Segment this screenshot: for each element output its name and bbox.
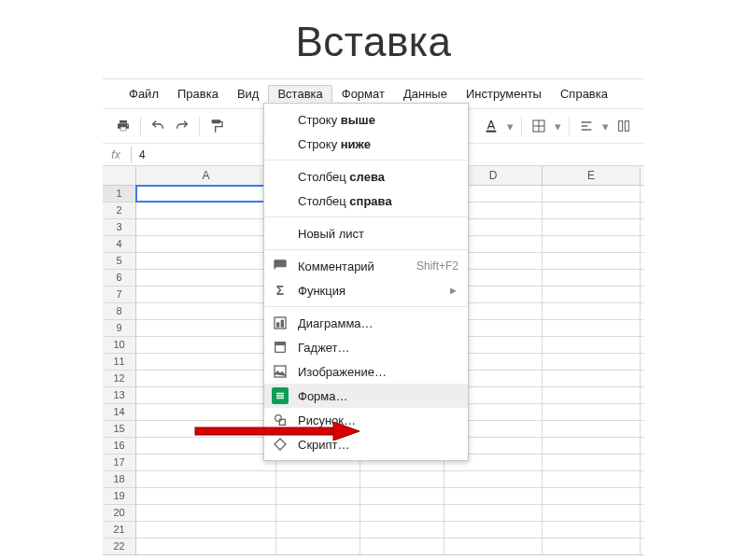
chevron-down-icon[interactable]: ▾ — [599, 115, 611, 137]
cell[interactable] — [543, 354, 641, 370]
undo-icon[interactable] — [147, 115, 169, 137]
cell[interactable] — [543, 371, 641, 386]
cell[interactable] — [360, 488, 444, 504]
chevron-down-icon[interactable]: ▾ — [504, 115, 515, 137]
cell[interactable] — [543, 488, 641, 504]
row-header[interactable]: 3 — [103, 219, 136, 235]
row-header[interactable]: 7 — [103, 287, 136, 302]
menu-tools[interactable]: Инструменты — [457, 85, 551, 103]
cell[interactable] — [543, 337, 641, 353]
wrap-icon[interactable] — [613, 115, 635, 137]
cell[interactable] — [543, 303, 641, 319]
cell[interactable] — [136, 471, 276, 487]
cell[interactable] — [136, 337, 276, 353]
cell[interactable] — [543, 270, 641, 286]
row-header[interactable]: 2 — [103, 203, 136, 218]
borders-icon[interactable] — [528, 115, 550, 137]
menuitem-gadget[interactable]: Гаджет… — [264, 335, 468, 359]
menu-file[interactable]: Файл — [120, 85, 168, 103]
cell[interactable] — [136, 270, 276, 286]
chevron-down-icon[interactable]: ▾ — [552, 115, 563, 137]
cell[interactable] — [136, 320, 276, 336]
cell[interactable] — [136, 539, 276, 554]
formula-value[interactable]: 4 — [134, 148, 146, 161]
row-header[interactable]: 20 — [103, 505, 136, 521]
row-header[interactable]: 4 — [103, 236, 136, 252]
menuitem-image[interactable]: Изображение… — [264, 359, 468, 384]
menuitem-chart[interactable]: Диаграмма… — [264, 311, 468, 335]
cell[interactable] — [136, 236, 276, 252]
cell[interactable] — [136, 371, 276, 386]
cell[interactable] — [543, 438, 641, 454]
redo-icon[interactable] — [171, 115, 193, 137]
cell[interactable] — [444, 471, 543, 487]
paint-format-icon[interactable] — [205, 115, 228, 137]
row-header[interactable]: 9 — [103, 320, 136, 336]
menuitem-function[interactable]: Σ Функция ► — [264, 278, 468, 302]
row-header[interactable]: 14 — [103, 404, 136, 420]
cell[interactable] — [136, 438, 276, 454]
menuitem-row-below[interactable]: Строку ниже — [264, 132, 468, 156]
menu-insert[interactable]: Вставка — [268, 85, 331, 103]
cell[interactable] — [136, 387, 276, 403]
column-header-e[interactable]: E — [543, 166, 641, 185]
menuitem-column-right[interactable]: Столбец справа — [264, 189, 468, 213]
cell[interactable] — [360, 539, 444, 554]
cell[interactable] — [543, 539, 641, 554]
row-header[interactable]: 1 — [103, 186, 136, 202]
row-header[interactable]: 19 — [103, 488, 136, 504]
align-icon[interactable] — [575, 115, 598, 137]
font-color-icon[interactable] — [480, 115, 502, 137]
cell[interactable] — [543, 219, 641, 235]
cell[interactable] — [543, 522, 641, 538]
cell[interactable] — [276, 539, 360, 554]
cell[interactable] — [360, 471, 444, 487]
menu-help[interactable]: Справка — [551, 85, 617, 103]
cell[interactable] — [543, 471, 641, 487]
cell[interactable] — [136, 421, 276, 437]
row-header[interactable]: 17 — [103, 455, 136, 470]
row-header[interactable]: 16 — [103, 438, 136, 454]
cell[interactable] — [276, 505, 360, 521]
row-header[interactable]: 10 — [103, 337, 136, 353]
row-header[interactable]: 13 — [103, 387, 136, 403]
column-header-a[interactable]: A — [136, 166, 276, 185]
row-header[interactable]: 6 — [103, 270, 136, 286]
cell[interactable] — [543, 253, 641, 269]
menuitem-drawing[interactable]: Рисунок… — [264, 408, 468, 432]
cell[interactable] — [444, 539, 543, 554]
cell[interactable]: 4 — [136, 186, 276, 202]
cell[interactable] — [543, 421, 641, 437]
cell[interactable] — [543, 203, 641, 218]
row-header[interactable]: 12 — [103, 371, 136, 386]
cell[interactable] — [136, 505, 276, 521]
menuitem-comment[interactable]: Комментарий Shift+F2 — [264, 254, 468, 278]
menu-edit[interactable]: Правка — [168, 85, 228, 103]
cell[interactable] — [136, 287, 276, 302]
row-header[interactable]: 18 — [103, 471, 136, 487]
cell[interactable] — [136, 253, 276, 269]
row-header[interactable]: 22 — [103, 539, 136, 554]
menuitem-new-sheet[interactable]: Новый лист — [264, 221, 468, 245]
cell[interactable]: 3 — [136, 203, 276, 218]
cell[interactable] — [136, 303, 276, 319]
menuitem-form[interactable]: Форма… — [264, 384, 468, 408]
cell[interactable] — [543, 320, 641, 336]
cell[interactable] — [543, 387, 641, 403]
menuitem-row-above[interactable]: Строку выше — [264, 107, 468, 132]
menuitem-script[interactable]: Скрипт… — [264, 432, 468, 456]
cell[interactable] — [136, 455, 276, 470]
menu-data[interactable]: Данные — [394, 85, 457, 103]
cell[interactable] — [276, 488, 360, 504]
row-header[interactable]: 21 — [103, 522, 136, 538]
cell[interactable] — [276, 471, 360, 487]
select-all-corner[interactable] — [103, 166, 136, 185]
cell[interactable] — [444, 488, 543, 504]
cell[interactable] — [360, 505, 444, 521]
row-header[interactable]: 11 — [103, 354, 136, 370]
cell[interactable] — [543, 404, 641, 420]
row-header[interactable]: 15 — [103, 421, 136, 437]
cell[interactable] — [543, 236, 641, 252]
cell[interactable] — [136, 354, 276, 370]
cell[interactable] — [276, 522, 360, 538]
